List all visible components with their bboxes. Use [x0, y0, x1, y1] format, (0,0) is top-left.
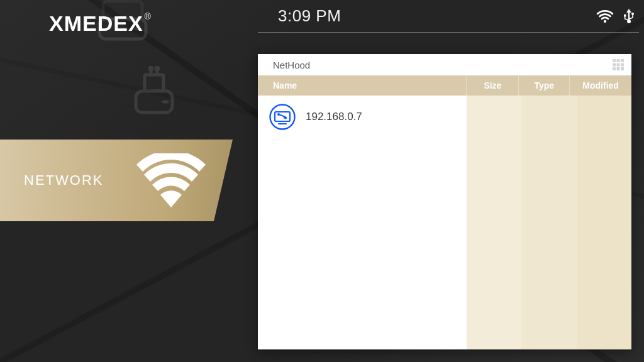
row-name: 192.168.0.7: [306, 111, 362, 123]
clock: 3:09 PM: [278, 6, 341, 26]
wifi-icon: [136, 153, 206, 207]
svg-rect-3: [624, 14, 626, 17]
svg-rect-15: [617, 59, 620, 62]
column-headers: Name Size Type Modified: [258, 75, 631, 96]
file-browser-panel: NetHood Name Size Type Modified: [258, 54, 631, 349]
svg-rect-14: [613, 59, 616, 62]
breadcrumb-bar: NetHood: [258, 54, 631, 75]
sidebar-item-network[interactable]: NETWORK: [0, 140, 248, 221]
usb-drive-icon: [132, 66, 176, 116]
rows-size-column: [467, 96, 521, 349]
file-rows-area: 192.168.0.7: [258, 96, 631, 349]
column-size[interactable]: Size: [467, 80, 518, 90]
column-modified[interactable]: Modified: [570, 80, 631, 90]
svg-rect-24: [275, 112, 290, 121]
column-type[interactable]: Type: [519, 80, 569, 90]
svg-point-26: [277, 113, 280, 116]
svg-rect-18: [617, 63, 620, 67]
status-icons: [596, 9, 635, 24]
rows-name-column: 192.168.0.7: [258, 96, 467, 349]
svg-rect-22: [621, 67, 624, 70]
usb-icon: [623, 9, 635, 24]
svg-point-4: [631, 13, 634, 15]
status-bar: 3:09 PM: [258, 0, 639, 33]
svg-rect-20: [613, 67, 616, 70]
rows-modified-column: [577, 96, 631, 349]
svg-rect-8: [145, 75, 164, 91]
rows-type-column: [521, 96, 576, 349]
external-drive-icon: [94, 0, 151, 44]
svg-point-23: [270, 105, 295, 129]
app-root: 3:09 PM: [0, 0, 644, 362]
network-share-icon: [269, 104, 296, 130]
svg-rect-19: [621, 63, 624, 67]
grid-view-icon[interactable]: [613, 59, 624, 70]
sidebar: XMEDEX®: [0, 0, 248, 362]
svg-rect-17: [613, 63, 616, 67]
column-name[interactable]: Name: [258, 80, 466, 90]
wifi-icon: [596, 9, 614, 23]
sidebar-item-label: NETWORK: [24, 172, 103, 189]
svg-rect-21: [617, 67, 620, 70]
svg-rect-16: [621, 59, 624, 62]
rows-meta-columns: [467, 96, 631, 349]
svg-point-0: [604, 19, 606, 22]
breadcrumb[interactable]: NetHood: [273, 60, 310, 70]
table-row[interactable]: 192.168.0.7: [258, 102, 467, 132]
